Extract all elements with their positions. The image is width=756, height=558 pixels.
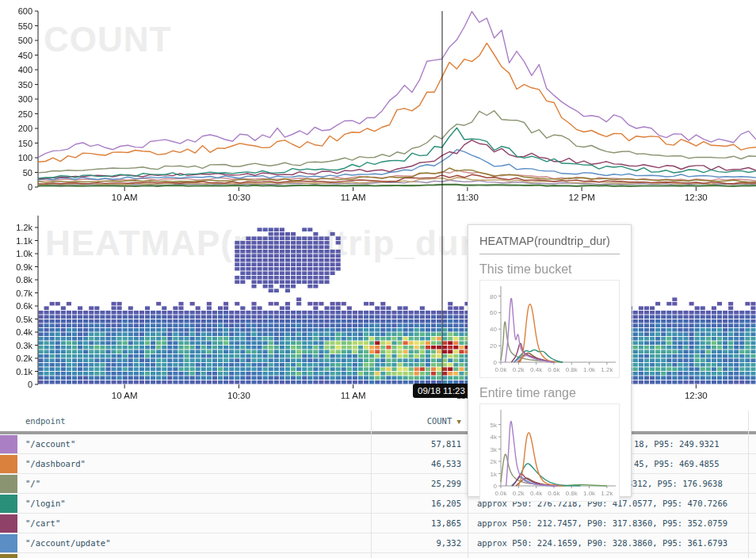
popup-section-label-bucket: This time bucket bbox=[479, 262, 620, 277]
svg-text:400: 400 bbox=[18, 65, 32, 75]
svg-text:1.2k: 1.2k bbox=[601, 366, 613, 373]
svg-text:0.9k: 0.9k bbox=[16, 262, 32, 272]
svg-text:80: 80 bbox=[490, 293, 497, 300]
svg-text:0: 0 bbox=[28, 380, 32, 389]
svg-text:0.8k: 0.8k bbox=[566, 490, 578, 497]
svg-text:12:30: 12:30 bbox=[685, 193, 708, 202]
svg-text:0.4k: 0.4k bbox=[16, 327, 32, 337]
svg-text:0.6k: 0.6k bbox=[548, 366, 560, 373]
svg-text:500: 500 bbox=[18, 36, 32, 45]
svg-text:0.6k: 0.6k bbox=[16, 301, 32, 311]
svg-text:11 AM: 11 AM bbox=[341, 391, 366, 400]
table-row[interactable]: "/login" 16,205 approx P50: 276.7218, P9… bbox=[0, 494, 756, 514]
svg-text:11:30: 11:30 bbox=[456, 193, 479, 202]
svg-text:1.0k: 1.0k bbox=[16, 249, 32, 258]
svg-text:1.2k: 1.2k bbox=[601, 490, 613, 497]
stats-cell: approx P50: 212.7457, P90: 317.8360, P95… bbox=[468, 518, 748, 528]
svg-text:100: 100 bbox=[18, 153, 32, 162]
svg-text:0.2k: 0.2k bbox=[513, 490, 525, 497]
svg-text:60: 60 bbox=[490, 309, 497, 316]
svg-text:0.2k: 0.2k bbox=[16, 354, 32, 363]
svg-text:0.7k: 0.7k bbox=[16, 289, 32, 298]
endpoint-cell: "/login" bbox=[17, 499, 371, 508]
svg-text:0.3k: 0.3k bbox=[16, 341, 32, 350]
svg-text:1.1k: 1.1k bbox=[16, 236, 32, 246]
crosshair-timestamp-badge: 09/18 11:23 bbox=[413, 384, 470, 398]
svg-text:600: 600 bbox=[18, 6, 32, 16]
count-cell: 57,811 bbox=[371, 439, 468, 449]
svg-text:350: 350 bbox=[18, 80, 32, 90]
table-body: "/account" 57,811 18, P95: 249.9321 "/da… bbox=[0, 434, 756, 558]
heatmap-hover-popup: HEATMAP(roundtrip_dur) This time bucket … bbox=[468, 224, 632, 497]
svg-text:0: 0 bbox=[494, 483, 498, 490]
svg-text:3k: 3k bbox=[491, 446, 498, 453]
svg-text:10 AM: 10 AM bbox=[112, 193, 138, 202]
svg-text:300: 300 bbox=[18, 94, 32, 104]
svg-text:1.2k: 1.2k bbox=[16, 223, 32, 232]
svg-text:1k: 1k bbox=[491, 471, 498, 478]
series-color-swatch bbox=[0, 455, 17, 473]
svg-text:11 AM: 11 AM bbox=[341, 193, 366, 202]
series-color-swatch bbox=[0, 514, 17, 533]
column-header-count[interactable]: COUNT ▼ bbox=[371, 416, 468, 426]
svg-text:10:30: 10:30 bbox=[227, 193, 250, 202]
svg-text:12 PM: 12 PM bbox=[568, 193, 594, 202]
endpoint-cell: "/" bbox=[17, 479, 371, 488]
entire-time-range-chart: 01k2k3k4k5k0.0k0.2k0.4k0.6k0.8k1.0k1.2k bbox=[479, 403, 620, 502]
svg-text:200: 200 bbox=[18, 124, 32, 133]
series-color-swatch bbox=[0, 534, 17, 552]
svg-text:0: 0 bbox=[28, 182, 32, 192]
popup-section-label-range: Entire time range bbox=[479, 386, 620, 400]
svg-text:10:30: 10:30 bbox=[227, 391, 250, 400]
svg-text:0.4k: 0.4k bbox=[530, 490, 543, 497]
table-row[interactable]: "/dashboard" 46,533 45, P95: 469.4855 bbox=[0, 454, 756, 474]
svg-text:1.0k: 1.0k bbox=[583, 490, 596, 497]
svg-text:4k: 4k bbox=[491, 434, 498, 441]
results-table: endpoint COUNT ▼ "/account" 57,811 18, P… bbox=[0, 411, 756, 558]
svg-text:0.8k: 0.8k bbox=[16, 275, 32, 285]
svg-text:5k: 5k bbox=[491, 422, 498, 429]
svg-text:0.8k: 0.8k bbox=[566, 366, 578, 373]
svg-text:250: 250 bbox=[18, 109, 32, 119]
endpoint-cell: "/account" bbox=[17, 439, 371, 449]
charts-layer[interactable]: 05010015020025030035040045050055060010 A… bbox=[0, 0, 756, 406]
table-row[interactable]: "/" 25,299 approx P50: 52.4283, P90: 145… bbox=[0, 474, 756, 494]
svg-text:0.1k: 0.1k bbox=[16, 367, 32, 376]
endpoint-cell: "/dashboard" bbox=[17, 459, 371, 468]
series-color-swatch bbox=[0, 435, 17, 453]
svg-text:12:30: 12:30 bbox=[685, 391, 708, 400]
count-cell: 9,332 bbox=[371, 538, 468, 548]
series-color-swatch bbox=[0, 495, 17, 513]
svg-text:0.6k: 0.6k bbox=[548, 490, 560, 497]
query-dashboard: COUNT HEATMAP(roundtrip_dur) 05010015020… bbox=[0, 0, 756, 558]
svg-text:0.0k: 0.0k bbox=[494, 366, 507, 373]
svg-text:150: 150 bbox=[18, 139, 32, 148]
stats-cell: approx P50: 224.1659, P90: 328.3860, P95… bbox=[468, 538, 748, 548]
svg-text:50: 50 bbox=[23, 168, 32, 178]
endpoint-cell: "/cart" bbox=[17, 518, 371, 528]
svg-text:40: 40 bbox=[490, 326, 497, 333]
svg-text:1.0k: 1.0k bbox=[583, 366, 596, 373]
count-cell: 25,299 bbox=[371, 479, 468, 488]
table-row[interactable]: "/account" 57,811 18, P95: 249.9321 bbox=[0, 434, 756, 454]
svg-text:0: 0 bbox=[494, 359, 498, 366]
svg-text:0.4k: 0.4k bbox=[530, 366, 543, 373]
series-color-swatch bbox=[0, 554, 17, 558]
count-cell: 13,865 bbox=[371, 518, 468, 528]
this-time-bucket-chart: 0204060800.0k0.2k0.4k0.6k0.8k1.0k1.2k bbox=[479, 280, 620, 378]
svg-text:550: 550 bbox=[18, 21, 32, 31]
svg-text:2k: 2k bbox=[491, 458, 498, 465]
table-row[interactable]: "/cart" 13,865 approx P50: 212.7457, P90… bbox=[0, 514, 756, 533]
column-header-endpoint[interactable]: endpoint bbox=[17, 416, 371, 426]
popup-title: HEATMAP(roundtrip_dur) bbox=[479, 235, 620, 254]
table-row[interactable]: "/track/event" bbox=[0, 553, 756, 558]
sort-desc-icon: ▼ bbox=[457, 418, 461, 426]
svg-text:0.0k: 0.0k bbox=[494, 490, 507, 497]
table-header-row: endpoint COUNT ▼ bbox=[0, 411, 756, 431]
endpoint-cell: "/account/update" bbox=[17, 538, 371, 548]
series-color-swatch bbox=[0, 475, 17, 493]
table-row[interactable]: "/account/update" 9,332 approx P50: 224.… bbox=[0, 533, 756, 553]
svg-text:0.5k: 0.5k bbox=[16, 315, 32, 324]
svg-text:20: 20 bbox=[490, 342, 497, 350]
svg-text:10 AM: 10 AM bbox=[112, 391, 138, 400]
